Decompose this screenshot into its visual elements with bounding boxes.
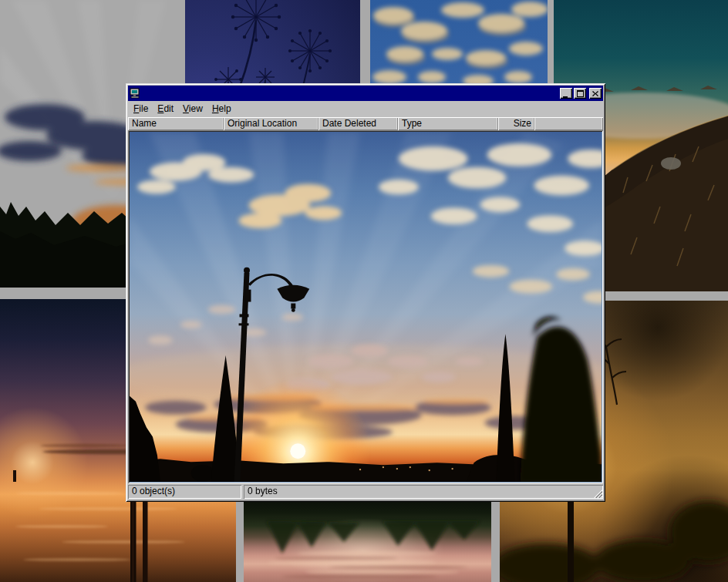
column-header-row: Name Original Location Date Deleted Type… [128,117,603,130]
wallpaper-tile-water-reflection [244,500,491,582]
resize-grip[interactable] [592,488,602,498]
recycle-bin-window: File Edit View Help Name Original Locati… [126,83,605,502]
menu-file[interactable]: File [129,103,153,115]
menu-help[interactable]: Help [207,103,236,115]
status-bar: 0 object(s) 0 bytes [128,485,603,499]
column-header-type[interactable]: Type [398,117,498,130]
column-header-original-location[interactable]: Original Location [224,117,318,130]
close-icon [592,91,598,96]
maximize-icon [577,90,584,97]
desktop: File Edit View Help Name Original Locati… [0,0,728,582]
minimize-icon [563,96,569,99]
window-titlebar[interactable] [128,86,603,101]
computer-window-icon[interactable] [130,88,140,99]
column-header-size[interactable]: Size [498,117,534,130]
menu-view[interactable]: View [178,103,207,115]
status-size-text: 0 bytes [248,486,278,496]
column-header-date-deleted[interactable]: Date Deleted [318,117,398,130]
water-reflection-art [244,500,491,582]
minimize-button[interactable] [560,88,572,99]
maximize-button[interactable] [574,88,586,99]
column-header-filler [534,117,603,130]
close-button[interactable] [589,88,602,99]
file-list-viewport[interactable] [128,130,603,483]
menu-edit[interactable]: Edit [153,103,178,115]
status-object-count: 0 object(s) [128,485,241,499]
menu-bar: File Edit View Help [128,101,603,116]
status-size: 0 bytes [244,485,603,499]
street-lamp-sunset-photo [130,132,602,482]
column-header-name[interactable]: Name [128,117,224,130]
